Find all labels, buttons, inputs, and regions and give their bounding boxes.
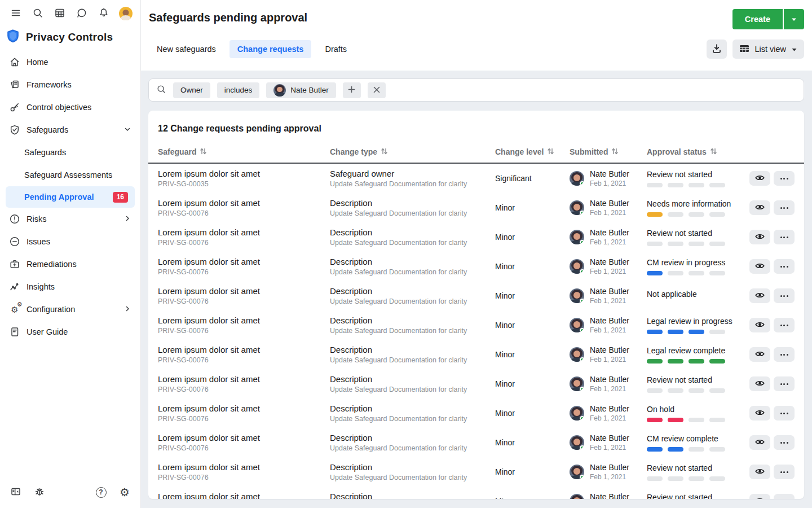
row-menu-button[interactable] bbox=[774, 347, 795, 362]
settings-button[interactable]: ⚙ bbox=[118, 485, 131, 499]
help-icon: ? bbox=[96, 487, 107, 498]
row-menu-button[interactable] bbox=[774, 318, 795, 332]
safeguard-title: Lorem ipsum dolor sit amet bbox=[158, 286, 330, 296]
view-button[interactable] bbox=[749, 259, 770, 274]
change-type: Description bbox=[330, 316, 495, 325]
ellipsis-icon bbox=[780, 325, 782, 326]
apps-table-button[interactable] bbox=[53, 7, 67, 20]
filter-operator-chip[interactable]: includes bbox=[217, 82, 260, 98]
main-area: Safeguards pending approval Create New s… bbox=[141, 0, 812, 508]
safeguard-title: Lorem ipsum dolor sit amet bbox=[158, 169, 330, 178]
bug-report-button[interactable] bbox=[33, 485, 46, 499]
row-menu-button[interactable] bbox=[774, 171, 795, 186]
row-menu-button[interactable] bbox=[774, 288, 795, 303]
change-description: Update Safeguard Documentation for clari… bbox=[330, 297, 495, 305]
global-search-button[interactable] bbox=[31, 7, 45, 20]
sidebar-item-control-objectives[interactable]: Control objectives bbox=[0, 96, 140, 119]
row-menu-button[interactable] bbox=[774, 465, 795, 479]
progress-pill bbox=[668, 242, 683, 246]
view-button[interactable] bbox=[749, 465, 770, 479]
column-header-safeguard[interactable]: Safeguard bbox=[158, 147, 330, 156]
sidebar-item-issues[interactable]: Issues bbox=[0, 230, 140, 253]
content-area: Owner includes Nate Butler 12 Change req… bbox=[141, 71, 812, 499]
notifications-button[interactable] bbox=[97, 7, 111, 20]
view-switcher-button[interactable]: List view bbox=[732, 40, 804, 59]
help-button[interactable]: ? bbox=[94, 485, 108, 499]
progress-pill bbox=[668, 330, 683, 334]
view-button[interactable] bbox=[749, 376, 770, 391]
filter-field-chip[interactable]: Owner bbox=[173, 82, 210, 98]
sort-icon bbox=[381, 147, 387, 156]
filter-value-chip[interactable]: Nate Butler bbox=[266, 82, 336, 98]
sidebar-item-user-guide[interactable]: User Guide bbox=[0, 321, 140, 343]
add-filter-button[interactable] bbox=[343, 82, 361, 98]
messages-button[interactable] bbox=[75, 7, 89, 20]
clear-filter-button[interactable] bbox=[368, 82, 386, 98]
ellipsis-icon bbox=[780, 442, 782, 444]
create-dropdown-button[interactable] bbox=[783, 9, 804, 29]
row-menu-button[interactable] bbox=[774, 494, 795, 499]
column-header-change-type[interactable]: Change type bbox=[330, 147, 495, 156]
tab-change-requests[interactable]: Change requests bbox=[230, 40, 312, 58]
progress-pill bbox=[647, 271, 663, 275]
view-button[interactable] bbox=[749, 347, 770, 362]
sidebar-item-frameworks[interactable]: Frameworks bbox=[0, 73, 140, 96]
row-menu-button[interactable] bbox=[774, 435, 795, 450]
approval-status-label: Review not started bbox=[647, 170, 749, 179]
create-button[interactable]: Create bbox=[732, 9, 783, 29]
table-row: Lorem ipsum dolor sit amet PRIV-SG-00076… bbox=[148, 252, 804, 281]
view-button[interactable] bbox=[749, 406, 770, 421]
minus-circle-icon bbox=[9, 236, 20, 247]
column-header-submitted[interactable]: Submitted bbox=[570, 147, 647, 156]
row-menu-button[interactable] bbox=[774, 200, 795, 215]
submitter: Nate Butler Feb 1, 2021 bbox=[570, 404, 647, 422]
approval-status-label: Review not started bbox=[647, 463, 749, 472]
sidebar-item-risks[interactable]: Risks bbox=[0, 208, 140, 230]
row-menu-button[interactable] bbox=[774, 376, 795, 391]
download-button[interactable] bbox=[707, 40, 727, 59]
sidebar-item-insights[interactable]: Insights bbox=[0, 275, 140, 298]
plus-icon bbox=[348, 85, 355, 95]
profile-button[interactable] bbox=[119, 7, 133, 20]
change-type: Description bbox=[330, 492, 495, 499]
change-type: Description bbox=[330, 404, 495, 413]
progress-pill bbox=[647, 330, 663, 334]
view-button[interactable] bbox=[749, 435, 770, 450]
view-button[interactable] bbox=[749, 200, 770, 215]
sidebar-item-configuration[interactable]: ⚙ Configuration bbox=[0, 298, 140, 321]
approval-status-label: Review not started bbox=[647, 493, 749, 500]
sidebar-item-safeguards[interactable]: Safeguards bbox=[0, 119, 140, 141]
chat-icon bbox=[76, 7, 87, 20]
view-button[interactable] bbox=[749, 230, 770, 244]
submitter: Nate Butler Feb 1, 2021 bbox=[570, 228, 647, 246]
column-header-change-level[interactable]: Change level bbox=[495, 147, 570, 156]
approval-status-label: Review not started bbox=[647, 229, 749, 238]
sidebar-item-pending-approval[interactable]: Pending Approval 16 bbox=[6, 186, 135, 208]
tab-new-safeguards[interactable]: New safeguards bbox=[149, 40, 224, 58]
progress-pill bbox=[689, 330, 704, 334]
tab-drafts[interactable]: Drafts bbox=[317, 40, 355, 58]
view-button[interactable] bbox=[749, 171, 770, 186]
row-menu-button[interactable] bbox=[774, 259, 795, 274]
view-button[interactable] bbox=[749, 318, 770, 332]
sidebar-item-remediations[interactable]: Remediations bbox=[0, 253, 140, 275]
safeguard-id: PRIV-SG-00076 bbox=[158, 268, 330, 276]
submitter: Nate Butler Feb 1, 2021 bbox=[570, 492, 647, 499]
online-status-dot bbox=[580, 387, 584, 391]
change-level: Minor bbox=[495, 203, 515, 212]
change-level: Minor bbox=[495, 409, 515, 418]
row-menu-button[interactable] bbox=[774, 406, 795, 421]
collapse-panel-button[interactable] bbox=[9, 485, 23, 499]
sidebar-item-safeguards-child[interactable]: Safeguards bbox=[0, 141, 140, 164]
view-button[interactable] bbox=[749, 494, 770, 499]
chevron-right-icon bbox=[123, 305, 131, 314]
column-header-approval-status[interactable]: Approval status bbox=[647, 147, 749, 156]
sidebar-item-safeguard-assessments[interactable]: Safeguard Assessments bbox=[0, 164, 140, 186]
change-description: Update Safeguard Documentation for clari… bbox=[330, 356, 495, 364]
approval-progress-bar bbox=[647, 242, 749, 246]
change-type: Description bbox=[330, 345, 495, 354]
view-button[interactable] bbox=[749, 288, 770, 303]
menu-button[interactable] bbox=[9, 7, 23, 20]
sidebar-item-home[interactable]: Home bbox=[0, 51, 140, 73]
row-menu-button[interactable] bbox=[774, 230, 795, 244]
